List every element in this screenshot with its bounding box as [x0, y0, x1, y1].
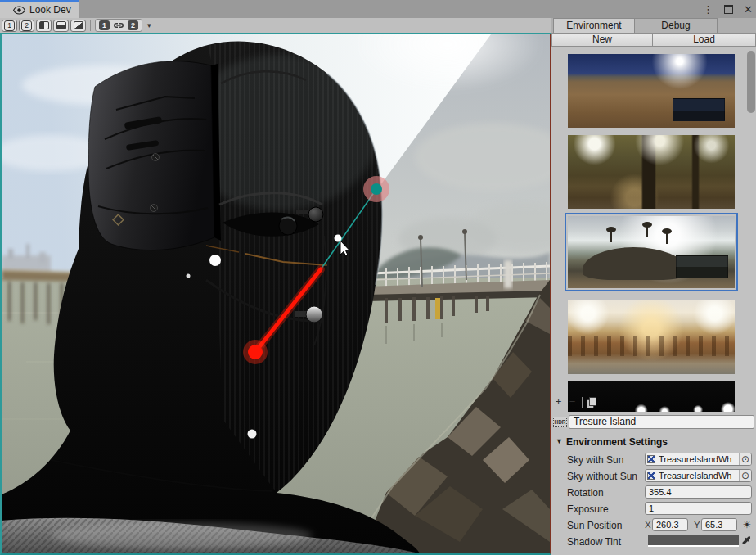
sun-icon[interactable]: ☀ — [740, 518, 754, 531]
palm-tree-shape — [646, 226, 648, 237]
split-horizontal-button[interactable] — [53, 20, 69, 32]
env-2-badge[interactable]: 2 — [128, 20, 138, 30]
env-thumbnail-treasure-island — [568, 216, 735, 288]
title-bar: Look Dev ⋮ ✕ — [0, 0, 756, 19]
split-vertical-icon — [39, 21, 49, 29]
env-link-group: 1 2 — [95, 19, 142, 32]
dropdown-arrow-icon[interactable]: ▾ — [147, 21, 151, 29]
palm-tree-shape — [666, 232, 668, 244]
lookdev-window: Look Dev ⋮ ✕ 1 2 1 2 ▾ Environment Debug — [0, 0, 756, 555]
cubemap-texture-icon — [647, 455, 655, 463]
view-2-button[interactable]: 2 — [19, 20, 34, 32]
load-button[interactable]: Load — [652, 33, 756, 47]
hdr-badge-icon: HDR — [553, 417, 567, 427]
env-list-scrollbar[interactable] — [747, 51, 755, 113]
tab-debug[interactable]: Debug — [634, 18, 718, 33]
env-thumbnail-island-inset — [676, 255, 728, 278]
environment-name-field[interactable]: Tresure Island — [569, 415, 754, 429]
shadow-tint-color-swatch[interactable] — [648, 535, 739, 547]
env-thumbnail-desert-inset — [673, 98, 725, 121]
env-thumbnail-church[interactable] — [568, 300, 735, 374]
row-shadow-tint: Shadow Tint — [551, 535, 756, 549]
env-thumbnail-desert-noon[interactable] — [568, 54, 735, 128]
env-list-footer: + − — [551, 395, 609, 409]
environment-settings: ▼ Environment Settings Sky with Sun Trea… — [551, 435, 756, 555]
palm-tree-shape — [610, 231, 612, 242]
sun-position-x-field[interactable]: 260.3 — [652, 518, 688, 531]
lookdev-toolbar: 1 2 1 2 ▾ — [0, 18, 551, 33]
link-icon[interactable] — [113, 21, 124, 29]
gizmo-end-dot — [248, 345, 263, 359]
sun-position-y-field[interactable]: 65.3 — [701, 518, 737, 531]
view-1-button[interactable]: 1 — [2, 20, 17, 32]
eye-icon — [13, 6, 25, 15]
sky-with-sun-object-field[interactable]: TreasureIslandWh ⊙ — [645, 453, 752, 466]
window-title: Look Dev — [29, 4, 71, 16]
duplicate-environment-icon[interactable] — [587, 397, 596, 408]
row-exposure: Exposure 1 — [551, 502, 756, 517]
exposure-field[interactable]: 1 — [645, 502, 752, 515]
environment-panel: New Load + − HDR Tresure Island — [551, 33, 756, 555]
add-environment-button[interactable]: + — [551, 395, 565, 408]
split-horizontal-icon — [56, 21, 66, 29]
tab-look-dev[interactable]: Look Dev — [0, 0, 79, 18]
row-sky-without-sun: Sky without Sun TreasureIslandWh ⊙ — [551, 469, 756, 484]
lookdev-viewport[interactable] — [0, 33, 551, 555]
env-1-badge[interactable]: 1 — [99, 20, 110, 30]
x-axis-label: X — [645, 520, 651, 530]
rendered-scene — [2, 34, 550, 553]
tab-environment[interactable]: Environment — [553, 18, 635, 33]
split-zone-button[interactable] — [70, 20, 86, 32]
y-axis-label: Y — [694, 520, 700, 530]
env-thumbnail-treasure-island-selected[interactable] — [565, 213, 738, 291]
maximize-icon[interactable] — [724, 5, 733, 14]
row-sun-position: Sun Position X 260.3 Y 65.3 ☀ — [551, 518, 756, 533]
menu-icon[interactable]: ⋮ — [703, 4, 713, 15]
cubemap-texture-icon — [647, 472, 655, 480]
row-sky-with-sun: Sky with Sun TreasureIslandWh ⊙ — [551, 453, 756, 467]
sun-handle — [371, 183, 382, 195]
sky-without-sun-object-field[interactable]: TreasureIslandWh ⊙ — [645, 469, 752, 482]
object-picker-icon[interactable]: ⊙ — [739, 453, 751, 465]
remove-environment-button[interactable]: − — [565, 395, 579, 408]
object-picker-icon[interactable]: ⊙ — [739, 470, 751, 481]
rotation-field[interactable]: 355.4 — [645, 485, 752, 499]
env-thumbnail-forest[interactable] — [568, 135, 735, 209]
environment-name-row: HDR Tresure Island — [551, 414, 756, 431]
split-vertical-button[interactable] — [36, 20, 52, 32]
toolbar-separator — [90, 20, 91, 31]
row-rotation: Rotation 355.4 — [551, 485, 756, 500]
eyedropper-icon[interactable] — [742, 536, 751, 546]
toolbar-row: 1 2 1 2 ▾ Environment Debug — [0, 18, 756, 33]
split-zone-icon — [74, 21, 83, 29]
island-rocks-shape — [583, 247, 689, 280]
church-pews-shape — [568, 336, 735, 356]
footer-separator — [582, 397, 583, 408]
foldout-icon[interactable]: ▼ — [556, 437, 563, 445]
window-controls: ⋮ ✕ — [703, 0, 753, 18]
new-button[interactable]: New — [551, 33, 653, 47]
close-icon[interactable]: ✕ — [744, 4, 753, 15]
